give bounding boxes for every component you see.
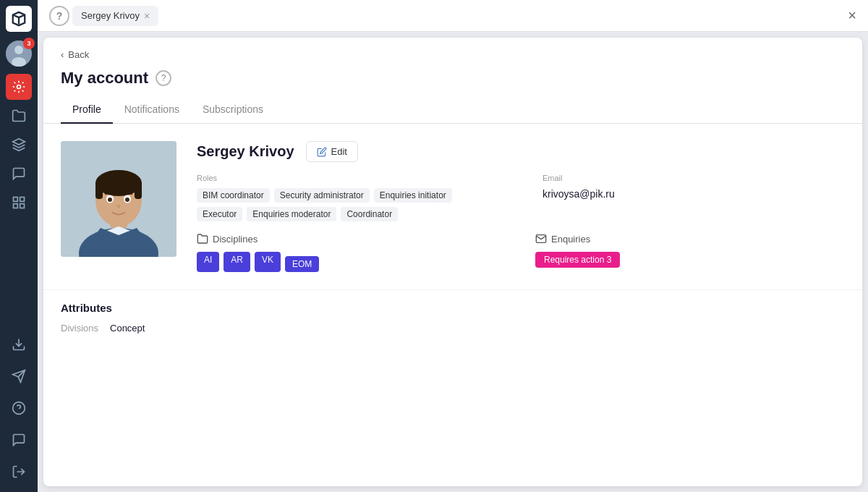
roles-col: Roles BIM coordinator Security administr… bbox=[197, 174, 499, 221]
sidebar-item-settings[interactable] bbox=[6, 74, 32, 100]
email-value: krivoysa@pik.ru bbox=[542, 188, 845, 200]
role-tag: Coordinator bbox=[341, 207, 398, 221]
profile-info: Sergey Krivoy Edit Roles bbox=[197, 141, 845, 272]
role-tag: Enquiries moderator bbox=[247, 207, 336, 221]
sidebar-item-folder[interactable] bbox=[6, 103, 32, 129]
profile-photo bbox=[61, 141, 176, 257]
disciplines-col: Disciplines AI AR VK EOM bbox=[197, 233, 506, 272]
discipline-tag-vk: VK bbox=[255, 252, 281, 272]
tabs-nav: Profile Notifications Subscriptions bbox=[43, 88, 862, 124]
requires-action-tag: Requires action 3 bbox=[535, 252, 620, 268]
tab-subscriptions[interactable]: Subscriptions bbox=[191, 96, 275, 124]
tab-notifications[interactable]: Notifications bbox=[113, 96, 191, 124]
folder-icon bbox=[197, 233, 208, 245]
svg-rect-6 bbox=[20, 198, 25, 202]
attributes-section: Attributes Divisions Concept bbox=[43, 289, 862, 345]
svg-rect-18 bbox=[135, 181, 142, 199]
email-col: Email krivoysa@pik.ru bbox=[542, 174, 845, 221]
enquiries-label: Enquiries bbox=[551, 234, 590, 245]
edit-icon bbox=[317, 147, 327, 157]
page-header: My account ? bbox=[43, 66, 862, 88]
roles-label: Roles bbox=[197, 174, 499, 182]
sidebar-item-help[interactable] bbox=[6, 395, 32, 421]
help-button[interactable]: ? bbox=[49, 6, 69, 26]
active-tab[interactable]: Sergey Krivoy × bbox=[72, 6, 158, 26]
divisions-value: Concept bbox=[110, 323, 145, 334]
sidebar-item-grid[interactable] bbox=[6, 190, 32, 216]
svg-rect-5 bbox=[14, 198, 18, 202]
discipline-tag-eom: EOM bbox=[285, 256, 319, 272]
disciplines-label: Disciplines bbox=[213, 234, 258, 245]
sidebar-item-layers[interactable] bbox=[6, 132, 32, 158]
edit-button[interactable]: Edit bbox=[306, 141, 358, 162]
back-nav: ‹ Back bbox=[43, 38, 862, 66]
roles-tags: BIM coordinator Security administrator E… bbox=[197, 188, 499, 221]
attributes-title: Attributes bbox=[61, 302, 845, 314]
profile-section: Sergey Krivoy Edit Roles bbox=[43, 124, 862, 289]
svg-marker-4 bbox=[13, 139, 25, 145]
role-tag: BIM coordinator bbox=[197, 188, 270, 203]
profile-name-row: Sergey Krivoy Edit bbox=[197, 141, 845, 162]
sidebar: 3 bbox=[0, 0, 38, 492]
tab-label: Sergey Krivoy bbox=[81, 10, 140, 21]
notification-badge: 3 bbox=[23, 38, 35, 49]
enquiries-tags: Requires action 3 bbox=[535, 252, 845, 268]
envelope-icon bbox=[535, 233, 547, 245]
svg-point-3 bbox=[17, 85, 21, 89]
sidebar-item-message[interactable] bbox=[6, 427, 32, 453]
email-label: Email bbox=[542, 174, 845, 182]
role-tag: Security administrator bbox=[274, 188, 370, 203]
back-chevron-icon: ‹ bbox=[61, 49, 64, 60]
discipline-tags: AI AR VK EOM bbox=[197, 252, 506, 272]
svg-point-22 bbox=[125, 198, 129, 202]
user-avatar-wrap[interactable]: 3 bbox=[6, 41, 32, 67]
sidebar-item-download[interactable] bbox=[6, 331, 32, 357]
page-title: My account bbox=[61, 69, 148, 88]
page-help-icon[interactable]: ? bbox=[156, 70, 171, 86]
content-window: ‹ Back My account ? Profile Notification… bbox=[43, 38, 862, 486]
disciplines-enquiries: Disciplines AI AR VK EOM bbox=[197, 233, 845, 272]
discipline-tag-ar: AR bbox=[224, 252, 250, 272]
divisions-label: Divisions bbox=[61, 323, 98, 334]
enquiries-col: Enquiries Requires action 3 bbox=[535, 233, 845, 272]
discipline-tag-ai: AI bbox=[197, 252, 219, 272]
attr-row: Divisions Concept bbox=[61, 323, 845, 334]
profile-name: Sergey Krivoy bbox=[197, 143, 294, 160]
app-logo[interactable] bbox=[6, 6, 32, 32]
main-area: ? Sergey Krivoy × × ‹ Back My account ? bbox=[38, 0, 868, 492]
tab-profile[interactable]: Profile bbox=[61, 96, 113, 124]
edit-label: Edit bbox=[331, 146, 347, 157]
svg-rect-17 bbox=[95, 181, 103, 199]
disciplines-header: Disciplines bbox=[197, 233, 506, 245]
back-label: Back bbox=[68, 49, 89, 60]
svg-point-1 bbox=[14, 46, 23, 54]
svg-rect-8 bbox=[20, 204, 25, 208]
role-tag: Executor bbox=[197, 207, 242, 221]
sidebar-item-logout[interactable] bbox=[6, 459, 32, 485]
sidebar-item-chat[interactable] bbox=[6, 161, 32, 187]
info-grid: Roles BIM coordinator Security administr… bbox=[197, 174, 845, 221]
tabbar: ? Sergey Krivoy × × bbox=[38, 0, 868, 32]
tab-close-icon[interactable]: × bbox=[144, 10, 150, 22]
role-tag: Enquiries initiator bbox=[374, 188, 452, 203]
svg-rect-7 bbox=[14, 204, 18, 208]
svg-point-21 bbox=[108, 198, 112, 202]
back-button[interactable]: ‹ Back bbox=[61, 49, 845, 60]
window-close-icon[interactable]: × bbox=[848, 7, 856, 24]
enquiries-header: Enquiries bbox=[535, 233, 845, 245]
sidebar-item-send[interactable] bbox=[6, 363, 32, 389]
